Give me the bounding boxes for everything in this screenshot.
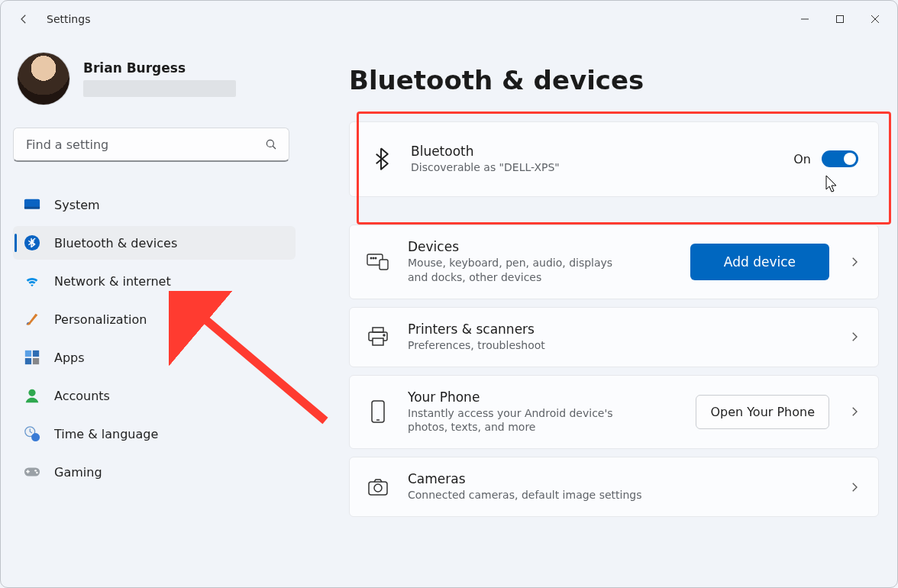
open-your-phone-button[interactable]: Open Your Phone: [696, 395, 829, 429]
svg-point-21: [370, 257, 372, 259]
svg-line-5: [273, 146, 276, 149]
bluetooth-sub: Discoverable as "DELL-XPS": [411, 160, 775, 175]
sidebar: Brian Burgess System Bluetooth & devices: [13, 37, 318, 587]
chevron-right-icon: [848, 255, 861, 269]
sidebar-item-label: Personalization: [54, 312, 147, 327]
bluetooth-icon: [370, 147, 392, 170]
clock-globe-icon: [24, 425, 40, 442]
phone-icon: [367, 400, 389, 423]
svg-point-13: [28, 389, 35, 396]
your-phone-card[interactable]: Your Phone Instantly access your Android…: [349, 375, 879, 450]
close-icon: [871, 15, 880, 24]
search-input[interactable]: [24, 137, 264, 153]
sidebar-item-label: Accounts: [54, 389, 110, 403]
paintbrush-icon: [24, 311, 40, 328]
svg-point-23: [375, 257, 376, 259]
add-device-button[interactable]: Add device: [690, 244, 829, 280]
wifi-icon: [24, 273, 40, 289]
svg-rect-7: [24, 207, 40, 209]
bluetooth-state-label: On: [793, 152, 811, 166]
bluetooth-card: Bluetooth Discoverable as "DELL-XPS" On: [349, 121, 879, 197]
sidebar-item-label: Time & language: [54, 427, 158, 441]
svg-rect-26: [373, 338, 383, 345]
window-controls: [787, 7, 893, 31]
bluetooth-icon: [24, 234, 40, 251]
chevron-right-icon: [848, 330, 861, 344]
main-content: Bluetooth & devices Bluetooth Discoverab…: [318, 37, 893, 587]
devices-card[interactable]: Devices Mouse, keyboard, pen, audio, dis…: [349, 225, 879, 299]
svg-rect-10: [33, 351, 39, 357]
sidebar-item-accounts[interactable]: Accounts: [13, 379, 296, 412]
svg-rect-12: [33, 358, 39, 364]
system-icon: [24, 196, 40, 213]
svg-rect-11: [25, 358, 31, 364]
maximize-icon: [835, 15, 845, 24]
phone-sub: Instantly access your Android device's p…: [408, 406, 637, 435]
sidebar-item-label: Network & internet: [54, 274, 171, 289]
svg-rect-9: [25, 351, 31, 357]
svg-rect-1: [837, 16, 844, 23]
svg-rect-28: [372, 401, 384, 422]
svg-point-22: [373, 257, 374, 259]
svg-rect-24: [373, 328, 383, 332]
maximize-button[interactable]: [822, 7, 858, 31]
camera-icon: [367, 476, 389, 499]
printers-card[interactable]: Printers & scanners Preferences, trouble…: [349, 307, 879, 367]
nav: System Bluetooth & devices Network & int…: [13, 188, 296, 489]
chevron-right-icon: [848, 405, 861, 418]
sidebar-item-label: Apps: [54, 351, 85, 365]
devices-icon: [367, 250, 389, 273]
sidebar-item-label: Gaming: [54, 465, 102, 480]
sidebar-item-bluetooth[interactable]: Bluetooth & devices: [13, 226, 296, 260]
minimize-icon: [800, 15, 809, 24]
gamepad-icon: [24, 464, 40, 480]
svg-rect-20: [380, 260, 388, 270]
printers-title: Printers & scanners: [408, 321, 829, 337]
svg-point-17: [34, 470, 37, 472]
sidebar-item-label: Bluetooth & devices: [54, 236, 177, 250]
svg-point-4: [266, 140, 273, 147]
search-icon: [264, 137, 278, 151]
close-button[interactable]: [858, 7, 893, 31]
apps-icon: [24, 349, 40, 366]
printers-sub: Preferences, troubleshoot: [408, 338, 829, 353]
devices-sub: Mouse, keyboard, pen, audio, displays an…: [408, 256, 622, 285]
avatar: [18, 53, 69, 105]
phone-title: Your Phone: [408, 389, 677, 405]
arrow-left-icon: [17, 12, 31, 26]
sidebar-item-gaming[interactable]: Gaming: [13, 455, 296, 489]
profile-name: Brian Burgess: [83, 60, 236, 76]
search-box[interactable]: [13, 128, 289, 162]
page-title: Bluetooth & devices: [349, 65, 879, 95]
profile-email-redacted: [83, 80, 236, 97]
person-icon: [24, 387, 40, 404]
chevron-right-icon: [848, 480, 861, 494]
sidebar-item-system[interactable]: System: [13, 188, 296, 221]
devices-title: Devices: [408, 239, 672, 254]
window-title: Settings: [47, 13, 90, 25]
bluetooth-title: Bluetooth: [411, 144, 775, 159]
profile[interactable]: Brian Burgess: [18, 53, 296, 105]
minimize-button[interactable]: [787, 7, 822, 31]
sidebar-item-personalization[interactable]: Personalization: [13, 302, 296, 336]
bluetooth-toggle[interactable]: [822, 150, 858, 167]
svg-point-27: [383, 334, 385, 336]
svg-point-31: [374, 484, 382, 492]
sidebar-item-time-language[interactable]: Time & language: [13, 417, 296, 451]
printer-icon: [367, 325, 389, 348]
back-button[interactable]: [10, 5, 37, 33]
sidebar-item-apps[interactable]: Apps: [13, 341, 296, 374]
sidebar-item-network[interactable]: Network & internet: [13, 264, 296, 298]
sidebar-item-label: System: [54, 198, 100, 212]
svg-point-15: [31, 433, 40, 441]
titlebar: Settings: [1, 1, 897, 37]
svg-point-18: [36, 472, 38, 474]
cameras-title: Cameras: [408, 471, 829, 486]
cameras-card[interactable]: Cameras Connected cameras, default image…: [349, 457, 879, 517]
cameras-sub: Connected cameras, default image setting…: [408, 488, 829, 502]
